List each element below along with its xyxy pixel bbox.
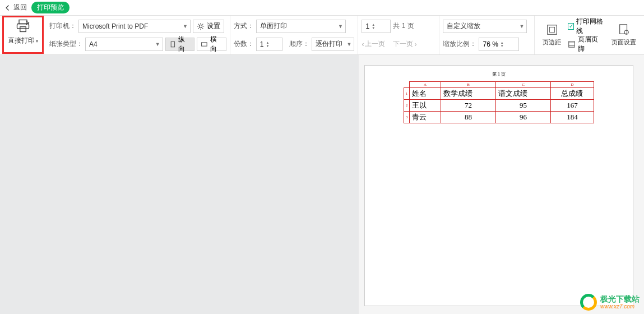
pagesetup-icon: [618, 24, 630, 36]
back-button[interactable]: 返回: [4, 3, 27, 12]
portrait-icon: [169, 40, 177, 48]
landscape-icon: [201, 40, 208, 48]
watermark-title: 极光下载站: [600, 295, 640, 303]
svg-point-3: [199, 25, 202, 27]
watermark-url: www.xz7.com: [600, 303, 640, 310]
svg-rect-1: [17, 24, 29, 29]
printer-label: 打印机：: [49, 21, 76, 31]
mode-label: 方式：: [234, 21, 254, 31]
gear-icon: [197, 22, 205, 30]
paper-label: 纸张类型：: [49, 39, 83, 49]
prev-page-button[interactable]: ‹ 上一页: [362, 39, 385, 49]
order-label: 顺序：: [289, 39, 309, 49]
svg-rect-5: [202, 42, 207, 45]
preview-page: 第 1 页 A B C D 1 姓名 数学成绩 语文成绩 总成绩 2: [364, 65, 633, 306]
page-title: 打印预览: [31, 2, 70, 13]
portrait-button[interactable]: 纵向: [165, 38, 195, 51]
printer-icon: [15, 18, 31, 34]
headerfooter-button[interactable]: 页眉页脚: [568, 38, 605, 51]
settings-button[interactable]: 设置: [193, 20, 224, 33]
watermark-logo-icon: [580, 294, 597, 311]
svg-rect-4: [171, 41, 174, 47]
table-row: 1 姓名 数学成绩 语文成绩 总成绩: [404, 88, 594, 100]
pagesetup-button[interactable]: 页面设置: [607, 21, 641, 49]
zoom-ratio-spin[interactable]: 76 % ▲▼: [479, 38, 519, 51]
copies-label: 份数：: [234, 39, 254, 49]
paper-select[interactable]: A4▼: [85, 38, 163, 51]
svg-rect-6: [548, 25, 557, 35]
landscape-button[interactable]: 横向: [197, 38, 226, 51]
svg-rect-8: [569, 41, 574, 47]
watermark: 极光下载站 www.xz7.com: [580, 294, 640, 311]
zoom-ratio-label: 缩放比例：: [443, 39, 476, 49]
preview-table: A B C D 1 姓名 数学成绩 语文成绩 总成绩 2 王以 72 95: [404, 81, 594, 123]
table-row: 3 青云 88 96 184: [404, 112, 594, 123]
svg-rect-0: [19, 20, 27, 24]
svg-rect-7: [549, 27, 554, 32]
page-total: 共 1 页: [393, 21, 414, 31]
page-spin[interactable]: 1 ▲▼: [362, 20, 391, 33]
order-select[interactable]: 逐份打印▼: [312, 38, 354, 51]
direct-print-label: 直接打印: [8, 36, 38, 45]
check-icon: [568, 23, 574, 30]
headerfooter-icon: [568, 40, 576, 48]
chevron-left-icon: [4, 4, 11, 11]
zoom-mode-select[interactable]: 自定义缩放▼: [443, 20, 527, 33]
svg-rect-2: [20, 27, 26, 32]
margins-button[interactable]: 页边距: [538, 21, 566, 49]
copies-spin[interactable]: 1 ▲▼: [256, 38, 282, 51]
table-row: 2 王以 72 95 167: [404, 100, 594, 112]
svg-rect-11: [620, 25, 627, 34]
printer-select[interactable]: Microsoft Print to PDF▼: [78, 20, 191, 33]
preview-empty-area: [0, 55, 359, 314]
mode-select[interactable]: 单面打印▼: [256, 20, 346, 33]
gridlines-checkbox[interactable]: 打印网格线: [568, 20, 605, 33]
direct-print-button[interactable]: 直接打印: [6, 18, 40, 45]
next-page-button[interactable]: 下一页 ›: [393, 39, 416, 49]
back-label: 返回: [13, 3, 27, 12]
preview-page-header: 第 1 页: [365, 71, 633, 77]
margins-icon: [546, 24, 558, 36]
